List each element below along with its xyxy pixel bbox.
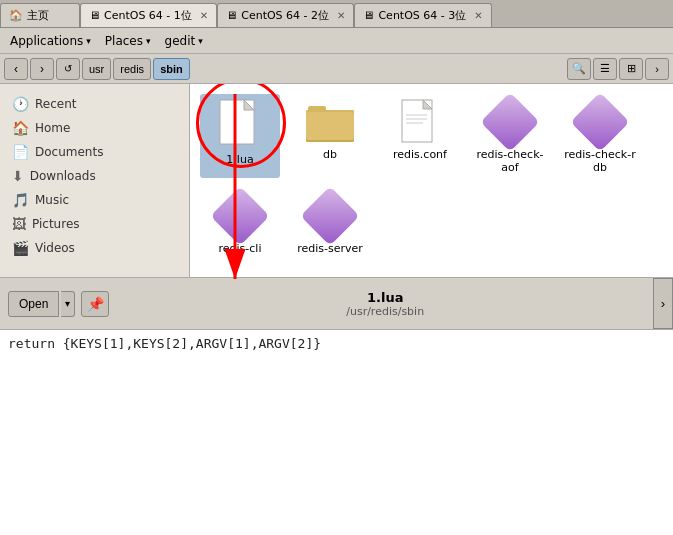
file-info: 1.lua /usr/redis/sbin — [117, 278, 653, 329]
file-db-label: db — [323, 148, 337, 161]
sidebar-item-pictures-label: Pictures — [32, 217, 80, 231]
file-1lua-label: 1.lua — [226, 153, 253, 166]
sidebar: 🕐 Recent 🏠 Home 📄 Documents ⬇ Downloads … — [0, 84, 190, 277]
doc-redisconf-icon — [396, 98, 444, 146]
applications-arrow-icon: ▾ — [86, 36, 91, 46]
pictures-icon: 🖼 — [12, 216, 26, 232]
toolbar: ‹ › ↺ usr redis sbin 🔍 ☰ ⊞ › — [0, 54, 673, 84]
tab-centos3-label: CentOS 64 - 3位 — [378, 8, 466, 23]
sidebar-item-downloads-label: Downloads — [30, 169, 96, 183]
file-redis-server-label: redis-server — [297, 242, 363, 255]
breadcrumb-sbin-label: sbin — [160, 63, 183, 75]
bottom-bar: Open ▾ 📌 1.lua /usr/redis/sbin › — [0, 277, 673, 329]
sidebar-item-downloads[interactable]: ⬇ Downloads — [0, 164, 189, 188]
tab-home-icon: 🏠 — [9, 9, 23, 22]
file-db[interactable]: db — [290, 94, 370, 178]
tab-centos1-label: CentOS 64 - 1位 — [104, 8, 192, 23]
tab-centos1-icon: 🖥 — [89, 9, 100, 22]
more-button[interactable]: › — [645, 58, 669, 80]
grid-view-button[interactable]: ⊞ — [619, 58, 643, 80]
bin-redis-server-icon — [306, 192, 354, 240]
forward-button[interactable]: › — [30, 58, 54, 80]
applications-label: Applications — [10, 34, 83, 48]
tab-centos2-icon: 🖥 — [226, 9, 237, 22]
places-label: Places — [105, 34, 143, 48]
folder-icon-svg — [306, 100, 354, 144]
list-view-button[interactable]: ☰ — [593, 58, 617, 80]
tab-centos2-label: CentOS 64 - 2位 — [241, 8, 329, 23]
sidebar-item-home[interactable]: 🏠 Home — [0, 116, 189, 140]
bottom-bar-expand-button[interactable]: › — [653, 278, 673, 329]
folder-db-icon — [306, 98, 354, 146]
file-redisconf[interactable]: redis.conf — [380, 94, 460, 178]
pin-button[interactable]: 📌 — [81, 291, 109, 317]
sidebar-item-videos-label: Videos — [35, 241, 75, 255]
breadcrumb-redis-label: redis — [120, 63, 144, 75]
open-button[interactable]: Open — [8, 291, 59, 317]
file-area-row: 🕐 Recent 🏠 Home 📄 Documents ⬇ Downloads … — [0, 84, 673, 277]
documents-icon: 📄 — [12, 144, 29, 160]
bin-redis-cli-icon — [216, 192, 264, 240]
recent-icon: 🕐 — [12, 96, 29, 112]
file-1lua[interactable]: 1.lua — [200, 94, 280, 178]
tab-centos3-icon: 🖥 — [363, 9, 374, 22]
open-dropdown-button[interactable]: ▾ — [61, 291, 75, 317]
breadcrumb-redis[interactable]: redis — [113, 58, 151, 80]
sidebar-item-documents-label: Documents — [35, 145, 103, 159]
file-redis-cli[interactable]: redis-cli — [200, 188, 280, 259]
breadcrumb-usr-label: usr — [89, 63, 104, 75]
search-button[interactable]: 🔍 — [567, 58, 591, 80]
svg-rect-6 — [306, 112, 354, 140]
menu-places[interactable]: Places ▾ — [99, 32, 157, 50]
file-redis-server[interactable]: redis-server — [290, 188, 370, 259]
content-wrapper: 🕐 Recent 🏠 Home 📄 Documents ⬇ Downloads … — [0, 84, 673, 535]
back-button[interactable]: ‹ — [4, 58, 28, 80]
file-info-path: /usr/redis/sbin — [346, 305, 424, 318]
menu-bar: Applications ▾ Places ▾ gedit ▾ — [0, 28, 673, 54]
file-redis-check-rdb[interactable]: redis-check-rdb — [560, 94, 640, 178]
file-redis-check-aof-label: redis-check-aof — [474, 148, 546, 174]
tab-centos2-close[interactable]: ✕ — [337, 10, 345, 21]
open-button-group: Open ▾ 📌 — [0, 278, 117, 329]
gedit-arrow-icon: ▾ — [198, 36, 203, 46]
tab-centos3-close[interactable]: ✕ — [474, 10, 482, 21]
menu-applications[interactable]: Applications ▾ — [4, 32, 97, 50]
tab-home-label: 主页 — [27, 8, 49, 23]
sidebar-item-music[interactable]: 🎵 Music — [0, 188, 189, 212]
breadcrumb-usr[interactable]: usr — [82, 58, 111, 80]
editor-area[interactable]: return {KEYS[1],KEYS[2],ARGV[1],ARGV[2]} — [0, 329, 673, 535]
editor-content: return {KEYS[1],KEYS[2],ARGV[1],ARGV[2]} — [8, 336, 321, 351]
gedit-label: gedit — [165, 34, 196, 48]
file-redis-cli-label: redis-cli — [219, 242, 262, 255]
tab-home[interactable]: 🏠 主页 — [0, 3, 80, 27]
sidebar-item-pictures[interactable]: 🖼 Pictures — [0, 212, 189, 236]
file-redis-check-rdb-label: redis-check-rdb — [564, 148, 636, 174]
file-redis-check-aof[interactable]: redis-check-aof — [470, 94, 550, 178]
sidebar-item-videos[interactable]: 🎬 Videos — [0, 236, 189, 260]
file-browser: 1.lua db — [190, 84, 673, 277]
music-icon: 🎵 — [12, 192, 29, 208]
sidebar-item-home-label: Home — [35, 121, 70, 135]
tab-bar: 🏠 主页 🖥 CentOS 64 - 1位 ✕ 🖥 CentOS 64 - 2位… — [0, 0, 673, 28]
videos-icon: 🎬 — [12, 240, 29, 256]
tab-centos3[interactable]: 🖥 CentOS 64 - 3位 ✕ — [354, 3, 491, 27]
sidebar-item-recent-label: Recent — [35, 97, 76, 111]
reload-button[interactable]: ↺ — [56, 58, 80, 80]
downloads-icon: ⬇ — [12, 168, 24, 184]
file-info-name: 1.lua — [367, 290, 403, 305]
sidebar-item-recent[interactable]: 🕐 Recent — [0, 92, 189, 116]
home-icon: 🏠 — [12, 120, 29, 136]
sidebar-item-documents[interactable]: 📄 Documents — [0, 140, 189, 164]
places-arrow-icon: ▾ — [146, 36, 151, 46]
tab-centos1[interactable]: 🖥 CentOS 64 - 1位 ✕ — [80, 3, 217, 27]
menu-gedit[interactable]: gedit ▾ — [159, 32, 209, 50]
tab-centos2[interactable]: 🖥 CentOS 64 - 2位 ✕ — [217, 3, 354, 27]
bin-redis-check-rdb-icon — [576, 98, 624, 146]
open-button-label: Open — [19, 297, 48, 311]
tab-centos1-close[interactable]: ✕ — [200, 10, 208, 21]
breadcrumb-sbin[interactable]: sbin — [153, 58, 190, 80]
sidebar-item-music-label: Music — [35, 193, 69, 207]
doc-icon-1lua — [218, 98, 262, 148]
file-redisconf-label: redis.conf — [393, 148, 447, 161]
doc-icon-svg — [401, 99, 439, 145]
